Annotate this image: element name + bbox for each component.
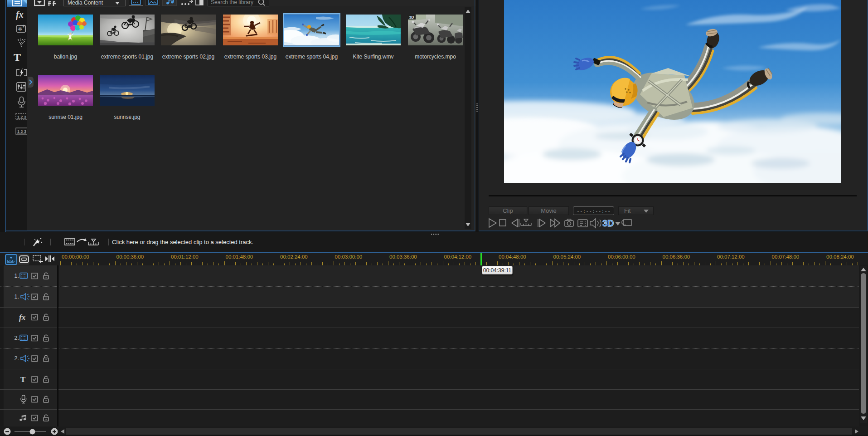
svg-text:00:03:00:00: 00:03:00:00 (335, 254, 363, 260)
svg-text:00:00:00:00: 00:00:00:00 (62, 254, 89, 260)
svg-text:3D: 3D (602, 218, 614, 228)
svg-text:✳: ✳ (22, 24, 25, 29)
svg-text:00:04:48:00: 00:04:48:00 (499, 254, 526, 260)
svg-text:00:07:12:00: 00:07:12:00 (717, 254, 745, 260)
svg-text:1.: 1. (15, 273, 19, 279)
svg-text:00:03:36:00: 00:03:36:00 (389, 254, 417, 260)
svg-text:fx: fx (19, 313, 26, 322)
svg-text:fx: fx (16, 10, 24, 20)
svg-text:00:06:36:00: 00:06:36:00 (663, 254, 690, 260)
svg-text:00:07:48:00: 00:07:48:00 (772, 254, 800, 260)
svg-text:00:06:00:00: 00:06:00:00 (608, 254, 635, 260)
svg-text:3D: 3D (409, 15, 414, 20)
svg-text:00:01:48:00: 00:01:48:00 (226, 254, 253, 260)
svg-text:T: T (14, 51, 21, 63)
svg-text:2.: 2. (15, 335, 19, 341)
svg-text:00:08:24:00: 00:08:24:00 (826, 254, 854, 260)
svg-text:1 2 3: 1 2 3 (17, 129, 26, 134)
svg-text:2.: 2. (15, 355, 19, 362)
svg-text:00:01:12:00: 00:01:12:00 (171, 254, 199, 260)
svg-text:1 2 3: 1 2 3 (17, 115, 26, 119)
svg-text:1.: 1. (15, 294, 19, 300)
svg-text:T: T (20, 375, 26, 384)
svg-text:00:02:24:00: 00:02:24:00 (280, 254, 308, 260)
svg-text:00:05:24:00: 00:05:24:00 (553, 254, 581, 260)
svg-text:00:00:36:00: 00:00:36:00 (116, 254, 144, 260)
svg-text:00:04:12:00: 00:04:12:00 (444, 254, 472, 260)
